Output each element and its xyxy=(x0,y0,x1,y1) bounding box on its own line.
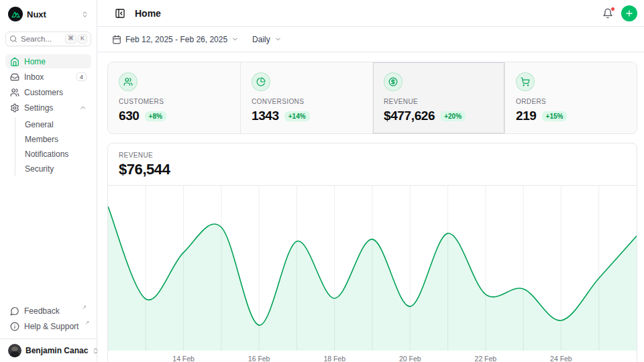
external-link-icon: ↗ xyxy=(85,319,89,328)
sidebar-footer-links: Feedback ↗ Help & Support ↗ xyxy=(5,304,91,339)
granularity-value: Daily xyxy=(252,35,270,44)
stat-card-customers[interactable]: CUSTOMERS 630 +8% xyxy=(108,62,240,133)
home-icon xyxy=(10,57,19,66)
kbd-k: K xyxy=(78,34,87,44)
feedback-link[interactable]: Feedback ↗ xyxy=(5,304,91,318)
main-panel: Home Feb 12, 2025 - Feb 26, 2025 xyxy=(97,0,644,362)
stat-value: 630 xyxy=(119,109,140,123)
settings-subnav: General Members Notifications Security xyxy=(15,117,91,176)
search-placeholder: Search... xyxy=(21,35,62,43)
panel-left-close-icon xyxy=(115,8,125,19)
kbd-meta: ⌘ xyxy=(65,34,76,44)
dashboard-app: Nuxt Search... ⌘ K Home xyxy=(0,0,644,362)
filters-toolbar: Feb 12, 2025 - Feb 26, 2025 Daily xyxy=(97,27,644,52)
add-button[interactable] xyxy=(621,5,637,21)
chart-header: REVENUE $76,544 xyxy=(108,143,637,186)
help-support-link[interactable]: Help & Support ↗ xyxy=(5,319,91,333)
dashboard-content: CUSTOMERS 630 +8% CONVERSIONS 1343 +14% xyxy=(97,52,644,362)
users-icon xyxy=(119,72,138,91)
stat-card-conversions[interactable]: CONVERSIONS 1343 +14% xyxy=(240,62,372,133)
stat-delta-badge: +20% xyxy=(440,111,466,121)
stat-value: $477,626 xyxy=(384,109,435,123)
info-icon xyxy=(10,322,19,331)
stat-label: CONVERSIONS xyxy=(252,98,362,105)
chevron-down-icon xyxy=(231,36,239,43)
external-link-icon: ↗ xyxy=(82,304,87,312)
stat-delta-badge: +15% xyxy=(542,111,568,121)
date-range-value: Feb 12, 2025 - Feb 26, 2025 xyxy=(125,35,227,44)
search-shortcut: ⌘ K xyxy=(65,34,87,44)
page-header: Home xyxy=(97,0,644,27)
chevrons-up-down-icon xyxy=(81,11,89,18)
notification-dot xyxy=(610,7,615,11)
page-title: Home xyxy=(135,8,600,19)
x-axis-tick-label: 20 Feb xyxy=(399,355,421,362)
stat-label: CUSTOMERS xyxy=(119,98,229,105)
plus-icon xyxy=(625,9,634,18)
collapse-sidebar-button[interactable] xyxy=(112,5,128,21)
user-name: Benjamin Canac xyxy=(25,346,88,355)
stats-row: CUSTOMERS 630 +8% CONVERSIONS 1343 +14% xyxy=(107,62,637,134)
stat-delta-badge: +14% xyxy=(284,111,310,121)
workspace-selector[interactable]: Nuxt xyxy=(5,5,91,23)
avatar xyxy=(8,344,21,357)
x-axis-tick-label: 18 Feb xyxy=(323,355,345,362)
sidebar-item-general[interactable]: General xyxy=(21,117,91,131)
sidebar-item-security[interactable]: Security xyxy=(21,162,91,176)
sidebar-item-customers[interactable]: Customers xyxy=(5,85,91,99)
stat-label: REVENUE xyxy=(384,98,494,105)
revenue-chart-card: REVENUE $76,544 14 Feb16 Feb18 Feb20 Feb… xyxy=(107,143,637,362)
x-axis-tick-label: 14 Feb xyxy=(172,355,195,362)
dollar-coin-icon xyxy=(384,72,402,91)
inbox-icon xyxy=(10,72,19,82)
user-menu-button[interactable]: Benjamin Canac xyxy=(5,343,91,359)
x-axis-tick-label: 22 Feb xyxy=(475,355,497,362)
date-range-button[interactable]: Feb 12, 2025 - Feb 26, 2025 xyxy=(112,35,239,44)
chart-current-value: $76,544 xyxy=(119,161,626,178)
stat-value: 219 xyxy=(516,109,537,123)
chevron-up-icon xyxy=(79,104,87,111)
stat-delta-badge: +8% xyxy=(145,111,166,121)
sidebar: Nuxt Search... ⌘ K Home xyxy=(0,0,97,362)
chat-bubble-icon xyxy=(10,306,19,316)
search-input[interactable]: Search... ⌘ K xyxy=(5,32,91,46)
cart-icon xyxy=(516,72,535,91)
pie-chart-icon xyxy=(252,72,270,91)
stat-label: ORDERS xyxy=(516,98,626,105)
calendar-icon xyxy=(112,35,121,44)
sidebar-user-section: Benjamin Canac xyxy=(0,339,97,362)
nuxt-logo-icon xyxy=(8,7,23,21)
sidebar-item-settings[interactable]: Settings xyxy=(5,101,91,115)
x-axis-tick-label: 24 Feb xyxy=(550,355,572,362)
stat-value: 1343 xyxy=(252,109,279,123)
chevron-down-icon xyxy=(274,36,282,43)
sidebar-nav: Home Inbox 4 Customers Settings xyxy=(5,54,91,176)
sidebar-item-home[interactable]: Home xyxy=(5,54,91,68)
stat-card-revenue[interactable]: REVENUE $477,626 +20% xyxy=(372,62,504,133)
sidebar-item-inbox[interactable]: Inbox 4 xyxy=(5,70,91,84)
stat-card-orders[interactable]: ORDERS 219 +15% xyxy=(504,62,637,133)
search-icon xyxy=(9,35,17,43)
workspace-name: Nuxt xyxy=(27,9,77,19)
x-axis-tick-label: 16 Feb xyxy=(248,355,270,362)
sidebar-item-notifications[interactable]: Notifications xyxy=(21,147,91,161)
inbox-count-badge: 4 xyxy=(76,72,87,81)
chart-title: REVENUE xyxy=(119,152,626,159)
sidebar-item-members[interactable]: Members xyxy=(21,132,91,146)
granularity-button[interactable]: Daily xyxy=(252,35,282,44)
users-icon xyxy=(10,88,19,97)
gear-icon xyxy=(10,103,19,113)
notifications-button[interactable] xyxy=(600,5,616,21)
revenue-area-chart[interactable]: 14 Feb16 Feb18 Feb20 Feb22 Feb24 Feb xyxy=(108,186,637,362)
